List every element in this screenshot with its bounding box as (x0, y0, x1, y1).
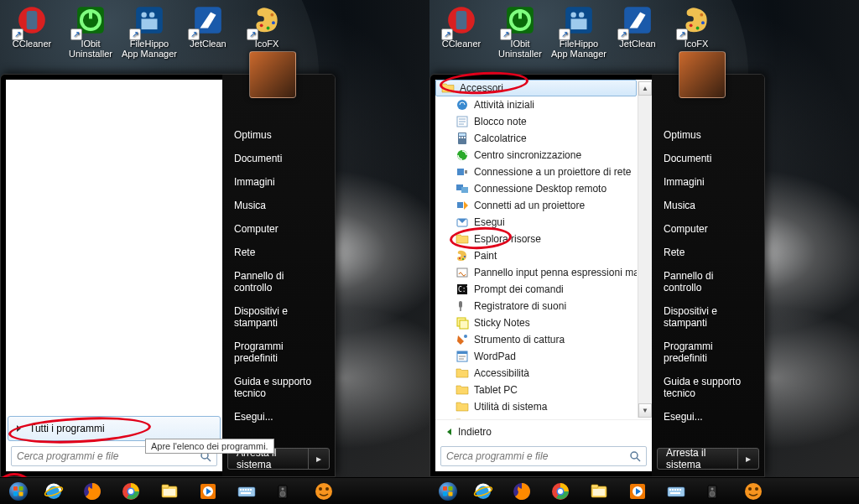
taskbar-speakers[interactable] (267, 480, 304, 503)
right-item-0[interactable]: Optimus (222, 123, 335, 147)
desktop-icon-filehippo[interactable]: ↗FileHippo App Manager (121, 3, 178, 64)
svg-text:C:\: C:\ (458, 286, 469, 294)
right-item-10[interactable]: Esegui... (222, 405, 335, 429)
user-avatar[interactable] (679, 51, 726, 98)
desktop-icon-jetclean[interactable]: ↗JetClean (180, 3, 237, 64)
program-item[interactable]: Connessione Desktop remoto (435, 180, 637, 197)
program-folder[interactable]: Utilità di sistema (435, 398, 637, 415)
taskbar-ie[interactable] (35, 480, 72, 503)
svg-rect-82 (459, 301, 462, 308)
svg-rect-68 (464, 137, 466, 138)
program-folder-accessori[interactable]: Accessori (435, 80, 637, 96)
right-item-8[interactable]: Programmi predefiniti (222, 335, 335, 370)
taskbar-firefox[interactable] (74, 480, 111, 503)
program-item[interactable]: Esegui (435, 214, 637, 231)
programs-list[interactable]: Accessori Attività iniziali Blocco note … (435, 80, 652, 419)
right-item-10[interactable]: Esegui... (652, 405, 764, 429)
right-item-4[interactable]: Computer (222, 217, 335, 241)
program-item[interactable]: WordPad (435, 348, 637, 365)
user-avatar[interactable] (249, 51, 296, 98)
taskbar-xnview[interactable] (735, 480, 772, 503)
taskbar-explorer[interactable] (151, 480, 188, 503)
svg-point-69 (457, 150, 467, 160)
right-item-3[interactable]: Musica (222, 194, 335, 217)
scroll-down-icon[interactable]: ▼ (638, 403, 652, 418)
right-item-0[interactable]: Optimus (652, 123, 764, 147)
program-item[interactable]: Esplora risorse (435, 231, 637, 247)
program-item[interactable]: Registratore di suoni (435, 298, 637, 314)
start-button[interactable] (431, 479, 465, 504)
program-item[interactable]: Attività iniziali (435, 96, 637, 113)
svg-rect-46 (456, 11, 467, 29)
program-item[interactable]: Strumento di cattura (435, 331, 637, 348)
right-item-1[interactable]: Documenti (652, 147, 764, 170)
svg-rect-73 (461, 187, 468, 193)
taskbar-explorer[interactable] (580, 480, 617, 503)
right-item-8[interactable]: Programmi predefiniti (652, 335, 764, 370)
scrollbar[interactable]: ▲ ▼ (638, 81, 652, 418)
right-item-5[interactable]: Rete (652, 241, 764, 264)
start-menu-right-pane: Optimus Documenti Immagini Musica Comput… (222, 75, 335, 476)
desktop-icon-iobit[interactable]: ↗IObit Uninstaller (62, 3, 119, 64)
program-folder[interactable]: Windows PowerShell (435, 415, 637, 419)
program-item[interactable]: Sticky Notes (435, 314, 637, 331)
taskbar-firefox[interactable] (503, 480, 540, 503)
taskbar-speakers[interactable] (696, 480, 733, 503)
right-item-4[interactable]: Computer (652, 217, 764, 241)
right-item-9[interactable]: Guida e supporto tecnico (652, 370, 764, 405)
taskbar-chrome[interactable] (112, 480, 149, 503)
desktop-icon-iobit[interactable]: ↗IObit Uninstaller (492, 3, 549, 64)
desktop-icon-jetclean[interactable]: ↗JetClean (609, 3, 666, 64)
right-item-2[interactable]: Immagini (652, 170, 764, 194)
taskbar-xnview[interactable] (305, 480, 342, 503)
start-menu-search[interactable] (440, 446, 647, 466)
shutdown-button[interactable]: Arresta il sistema ▸ (657, 448, 759, 470)
search-input[interactable] (446, 450, 629, 462)
taskbar (0, 477, 430, 504)
taskbar (430, 477, 859, 504)
program-item[interactable]: Calcolatrice (435, 130, 637, 147)
start-button[interactable] (2, 479, 35, 504)
screenshot-right: ↗CCleaner ↗IObit Uninstaller ↗FileHippo … (430, 0, 859, 504)
taskbar-chrome[interactable] (542, 480, 579, 503)
taskbar-ie[interactable] (465, 480, 502, 503)
shutdown-options-icon[interactable]: ▸ (309, 453, 329, 465)
program-item[interactable]: Pannello input penna espressioni ma (435, 264, 637, 281)
program-folder[interactable]: Accessibilità (435, 365, 637, 382)
svg-point-55 (690, 23, 693, 27)
desktop-icon-filehippo[interactable]: ↗FileHippo App Manager (550, 3, 607, 64)
program-item-paint[interactable]: Paint (435, 247, 637, 264)
right-item-1[interactable]: Documenti (222, 147, 335, 170)
taskbar-osk[interactable] (658, 480, 695, 503)
svg-point-56 (696, 27, 700, 30)
shutdown-options-icon[interactable]: ▸ (738, 453, 758, 465)
all-programs-button[interactable]: Tutti i programmi (8, 416, 221, 441)
right-item-6[interactable]: Pannello di controllo (652, 264, 764, 299)
taskbar-wmp[interactable] (619, 480, 656, 503)
svg-rect-88 (457, 351, 467, 354)
program-folder[interactable]: Tablet PC (435, 382, 637, 398)
scroll-up-icon[interactable]: ▲ (638, 81, 652, 96)
right-item-3[interactable]: Musica (652, 194, 764, 217)
right-item-5[interactable]: Rete (222, 241, 335, 264)
right-item-2[interactable]: Immagini (222, 170, 335, 194)
program-item[interactable]: Connessione a un proiettore di rete (435, 164, 637, 180)
program-item[interactable]: Blocco note (435, 113, 637, 130)
program-item[interactable]: C:\Prompt dei comandi (435, 281, 637, 298)
right-item-7[interactable]: Dispositivi e stampanti (222, 299, 335, 335)
right-item-9[interactable]: Guida e supporto tecnico (222, 370, 335, 405)
program-item[interactable]: Centro sincronizzazione (435, 147, 637, 164)
right-item-7[interactable]: Dispositivi e stampanti (652, 299, 764, 335)
svg-point-76 (459, 257, 461, 259)
search-icon (629, 450, 641, 462)
start-menu: Tutti i programmi Optimus Documenti Imma… (0, 74, 336, 477)
desktop-icon-ccleaner[interactable]: ↗↗CCleaner (3, 3, 60, 64)
program-item[interactable]: Connetti ad un proiettore (435, 197, 637, 214)
screenshot-left: ↗↗CCleaner ↗IObit Uninstaller ↗FileHippo… (0, 0, 430, 504)
arrow-left-icon (447, 429, 451, 435)
right-item-6[interactable]: Pannello di controllo (222, 264, 335, 299)
taskbar-wmp[interactable] (190, 480, 226, 503)
desktop-icon-ccleaner[interactable]: ↗CCleaner (433, 3, 490, 64)
back-button[interactable]: Indietro (435, 419, 652, 443)
taskbar-osk[interactable] (228, 480, 265, 503)
